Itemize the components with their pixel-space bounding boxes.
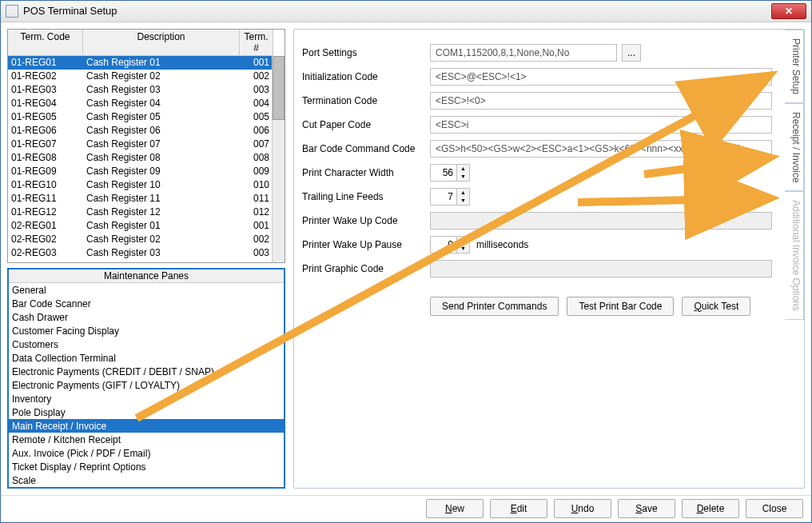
window-title: POS Terminal Setup <box>23 5 771 17</box>
maintenance-panes: Maintenance Panes GeneralBar Code Scanne… <box>7 268 285 489</box>
close-icon[interactable]: ✕ <box>771 3 806 19</box>
list-item[interactable]: General <box>9 283 284 297</box>
terminal-table[interactable]: Term. Code Description Term. # 01-REG01C… <box>7 29 285 263</box>
titlebar: POS Terminal Setup ✕ <box>1 1 811 22</box>
list-item[interactable]: Ticket Display / Reprint Options <box>9 460 284 473</box>
close-button[interactable]: Close <box>746 499 803 518</box>
table-row[interactable]: 01-REG12Cash Register 12012 <box>8 206 285 219</box>
list-item[interactable]: Pole Display <box>9 405 284 419</box>
detail-panel: Port Settings COM1,115200,8,1,None,No,No… <box>293 29 805 489</box>
milliseconds-label: milliseconds <box>476 239 528 250</box>
table-row[interactable]: 01-REG10Cash Register 10010 <box>8 178 285 192</box>
init-code-label: Initialization Code <box>302 71 430 82</box>
list-item[interactable]: Bar Code Scanner <box>9 297 284 310</box>
new-button[interactable]: New <box>426 499 484 518</box>
trailing-feeds-stepper[interactable]: ▲▼ <box>430 188 470 206</box>
wakeup-code-input[interactable] <box>430 212 772 230</box>
edit-button[interactable]: Edit <box>490 499 547 518</box>
graphic-code-input[interactable] <box>430 260 772 277</box>
terminal-table-header: Term. Code Description Term. # <box>8 30 285 56</box>
table-row[interactable]: 01-REG09Cash Register 09009 <box>8 165 285 178</box>
barcode-cmd-input[interactable]: <GS>h<50><GS>w<2><ESC>a<1><GS>k<69><nnn>… <box>430 140 772 158</box>
tab-receipt-invoice[interactable]: Receipt / Invoice <box>785 103 804 192</box>
undo-button[interactable]: Undo <box>554 499 611 518</box>
list-item[interactable]: Customers <box>9 337 284 351</box>
table-row[interactable]: 01-REG06Cash Register 06006 <box>8 124 285 138</box>
init-code-input[interactable]: <ESC>@<ESC>!<1> <box>430 68 772 86</box>
list-item[interactable]: Customer Facing Display <box>9 324 284 337</box>
list-item[interactable]: Electronic Payments (GIFT / LOYALTY) <box>9 378 284 392</box>
list-item[interactable]: Inventory <box>9 392 284 405</box>
wakeup-code-label: Printer Wake Up Code <box>302 215 430 226</box>
stepper-up-icon[interactable]: ▲ <box>457 189 469 197</box>
term-code-label: Termination Code <box>302 95 430 106</box>
app-icon <box>6 5 18 18</box>
stepper-down-icon[interactable]: ▼ <box>457 197 469 205</box>
stepper-up-icon[interactable]: ▲ <box>457 165 469 173</box>
list-item[interactable]: Main Receipt / Invoice <box>9 419 284 433</box>
col-header-desc[interactable]: Description <box>83 30 240 56</box>
wakeup-pause-stepper[interactable]: ▲▼ <box>430 236 470 254</box>
maintenance-panes-header: Maintenance Panes <box>9 269 284 283</box>
list-item[interactable]: Aux. Invoice (Pick / PDF / Email) <box>9 446 284 460</box>
test-print-barcode-button[interactable]: Test Print Bar Code <box>567 297 674 316</box>
delete-button[interactable]: Delete <box>682 499 739 518</box>
pos-terminal-setup-window: POS Terminal Setup ✕ Term. Code Descript… <box>0 0 812 523</box>
stepper-down-icon[interactable]: ▼ <box>457 245 469 253</box>
char-width-input[interactable] <box>430 164 457 182</box>
table-row[interactable]: 02-REG01Cash Register 01001 <box>8 219 285 233</box>
list-item[interactable]: Scale <box>9 473 284 487</box>
quick-test-button[interactable]: Quick Test <box>682 297 750 316</box>
table-row[interactable]: 01-REG11Cash Register 11011 <box>8 192 285 206</box>
list-item[interactable]: Cash Drawer <box>9 310 284 324</box>
button-bar: New Edit Undo Save Delete Close <box>1 495 811 523</box>
table-row[interactable]: 01-REG08Cash Register 08008 <box>8 151 285 165</box>
cut-paper-label: Cut Paper Code <box>302 119 430 130</box>
table-row[interactable]: 01-REG02Cash Register 02002 <box>8 70 285 83</box>
list-item[interactable]: Data Collection Terminal <box>9 351 284 365</box>
table-row[interactable]: 02-REG03Cash Register 03003 <box>8 246 285 260</box>
table-row[interactable]: 01-REG01Cash Register 01001 <box>8 56 285 70</box>
tab-additional-invoice-options[interactable]: Additional Invoice Options <box>785 191 804 320</box>
list-item[interactable]: Electronic Payments (CREDIT / DEBIT / SN… <box>9 365 284 378</box>
send-printer-commands-button[interactable]: Send Printer Commands <box>430 297 559 316</box>
tab-printer-setup[interactable]: Printer Setup <box>785 30 804 103</box>
scrollbar[interactable] <box>272 56 285 262</box>
table-row[interactable]: 02-REG02Cash Register 02002 <box>8 233 285 246</box>
cut-paper-input[interactable]: <ESC>i <box>430 116 772 134</box>
col-header-num[interactable]: Term. # <box>240 30 273 56</box>
graphic-code-label: Print Graphic Code <box>302 263 430 274</box>
trailing-feeds-input[interactable] <box>430 188 457 206</box>
wakeup-pause-input[interactable] <box>430 236 457 254</box>
col-header-code[interactable]: Term. Code <box>8 30 83 56</box>
scrollbar-thumb[interactable] <box>273 56 285 120</box>
save-button[interactable]: Save <box>618 499 675 518</box>
wakeup-pause-label: Printer Wake Up Pause <box>302 239 430 250</box>
table-row[interactable]: 01-REG05Cash Register 05005 <box>8 110 285 124</box>
term-code-input[interactable]: <ESC>!<0> <box>430 92 772 110</box>
table-row[interactable]: 01-REG03Cash Register 03003 <box>8 83 285 97</box>
port-settings-input[interactable]: COM1,115200,8,1,None,No,No <box>430 44 617 62</box>
trailing-feeds-label: Trailing Line Feeds <box>302 191 430 202</box>
stepper-down-icon[interactable]: ▼ <box>457 173 469 181</box>
char-width-stepper[interactable]: ▲▼ <box>430 164 470 182</box>
port-settings-label: Port Settings <box>302 47 430 58</box>
stepper-up-icon[interactable]: ▲ <box>457 237 469 245</box>
barcode-cmd-label: Bar Code Command Code <box>302 143 430 154</box>
side-tabs: Printer Setup Receipt / Invoice Addition… <box>785 30 804 488</box>
table-row[interactable]: 01-REG04Cash Register 04004 <box>8 97 285 110</box>
port-settings-browse-button[interactable]: ... <box>622 44 641 62</box>
list-item[interactable]: Remote / Kitchen Receipt <box>9 433 284 446</box>
table-row[interactable]: 01-REG07Cash Register 07007 <box>8 138 285 151</box>
char-width-label: Print Character Width <box>302 167 430 178</box>
